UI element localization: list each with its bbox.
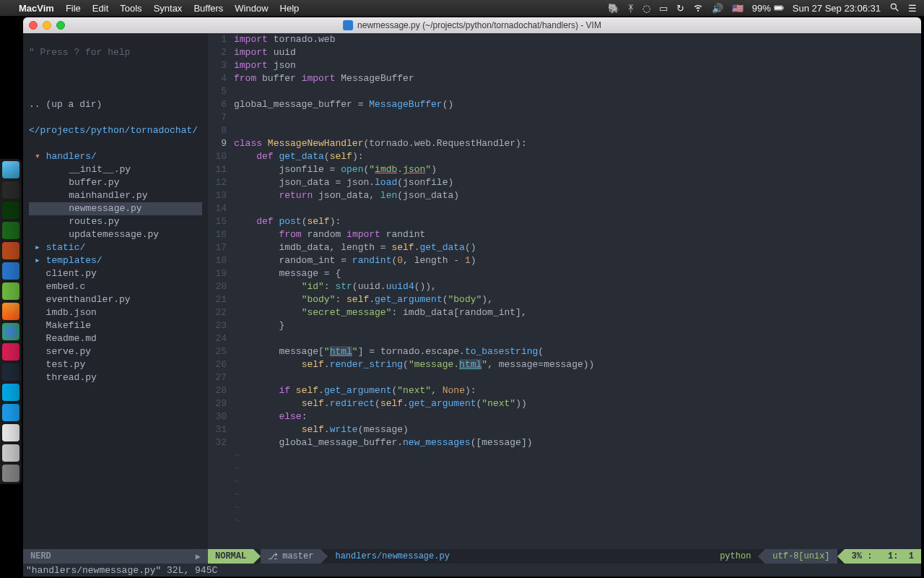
code-pane[interactable]: 1234567891011121314151617181920212223242… bbox=[208, 33, 921, 549]
tree-folder[interactable]: ▾ handlers/ bbox=[29, 150, 202, 163]
menu-help[interactable]: Help bbox=[280, 3, 300, 14]
status-encoding: utf-8[unix] bbox=[765, 549, 837, 564]
svg-rect-2 bbox=[775, 7, 783, 10]
vim-statusline: NERD▶ NORMAL ⎇master handlers/newmessage… bbox=[23, 549, 921, 564]
menu-buffers[interactable]: Buffers bbox=[193, 3, 223, 14]
minimize-icon[interactable] bbox=[43, 21, 51, 30]
vim-commandline[interactable]: "handlers/newmessage.py" 32L, 945C bbox=[23, 564, 921, 577]
status-position: 3% : 1: 1 bbox=[845, 549, 921, 564]
python-file-icon bbox=[343, 20, 353, 30]
twitter-icon[interactable] bbox=[2, 404, 19, 421]
evernote-icon[interactable]: 🐘 bbox=[608, 3, 619, 14]
menu-window[interactable]: Window bbox=[235, 3, 268, 14]
volume-icon[interactable]: 🔊 bbox=[712, 3, 723, 14]
input-icon[interactable]: 🇺🇸 bbox=[732, 3, 744, 14]
tree-file[interactable]: eventhandler.py bbox=[29, 293, 202, 306]
skype-icon[interactable] bbox=[2, 384, 19, 401]
tree-file[interactable]: updatemessage.py bbox=[29, 228, 202, 241]
tree-file[interactable]: __init__.py bbox=[29, 163, 202, 176]
status-nerd: NERD▶ bbox=[23, 549, 208, 564]
tree-file[interactable]: Makefile bbox=[29, 319, 202, 332]
tree-file[interactable]: test.py bbox=[29, 358, 202, 371]
tree-file[interactable]: client.py bbox=[29, 267, 202, 280]
maximize-icon[interactable] bbox=[56, 21, 65, 30]
tree-file[interactable]: embed.c bbox=[29, 280, 202, 293]
menu-edit[interactable]: Edit bbox=[92, 3, 108, 14]
battery-status[interactable]: 99% bbox=[752, 3, 784, 14]
status-branch: ⎇master bbox=[261, 549, 321, 564]
finder-icon[interactable] bbox=[2, 161, 19, 178]
spotlight-icon[interactable] bbox=[889, 2, 899, 14]
xcode-icon[interactable] bbox=[2, 262, 19, 280]
macvim-icon[interactable] bbox=[2, 222, 19, 239]
app-name[interactable]: MacVim bbox=[19, 3, 54, 14]
tree-file[interactable]: Readme.md bbox=[29, 332, 202, 345]
menu-syntax[interactable]: Syntax bbox=[154, 3, 183, 14]
menu-file[interactable]: File bbox=[66, 3, 81, 14]
document-icon[interactable] bbox=[2, 424, 19, 441]
status-filepath: handlers/newmessage.py bbox=[328, 549, 456, 564]
file-icon[interactable] bbox=[2, 444, 19, 462]
tree-file[interactable]: mainhandler.py bbox=[29, 189, 202, 202]
window-titlebar[interactable]: newmessage.py (~/projects/python/tornado… bbox=[23, 17, 921, 33]
terminal-icon[interactable] bbox=[2, 202, 19, 219]
wifi-icon[interactable] bbox=[693, 2, 703, 14]
tree-file[interactable]: routes.py bbox=[29, 215, 202, 228]
tree-folder[interactable]: ▸ templates/ bbox=[29, 254, 202, 267]
nerdtree-root[interactable]: </projects/python/tornadochat/ bbox=[29, 124, 202, 137]
menu-tools[interactable]: Tools bbox=[120, 3, 141, 14]
status-mode: NORMAL bbox=[208, 549, 253, 564]
timemachine-icon[interactable]: ↻ bbox=[676, 3, 684, 14]
messages-icon[interactable]: ◌ bbox=[642, 3, 650, 14]
notification-icon[interactable]: ☰ bbox=[908, 3, 917, 14]
close-icon[interactable] bbox=[29, 21, 38, 30]
clock[interactable]: Sun 27 Sep 23:06:31 bbox=[793, 3, 881, 14]
line-number-gutter: 1234567891011121314151617181920212223242… bbox=[208, 33, 234, 549]
android-icon[interactable] bbox=[2, 282, 19, 300]
status-filetype: python bbox=[712, 549, 758, 564]
macos-dock bbox=[0, 159, 22, 484]
sublime-icon[interactable] bbox=[2, 242, 19, 259]
nerdtree-help: " Press ? for help bbox=[29, 46, 202, 59]
tree-file[interactable]: buffer.py bbox=[29, 176, 202, 189]
editor-split: " Press ? for help .. (up a dir) </proje… bbox=[23, 33, 921, 549]
nerdtree-sidebar[interactable]: " Press ? for help .. (up a dir) </proje… bbox=[23, 33, 208, 549]
tree-file[interactable]: serve.py bbox=[29, 345, 202, 358]
svg-line-4 bbox=[896, 8, 899, 11]
firefox-icon[interactable] bbox=[2, 303, 19, 320]
sourcetree-icon[interactable] bbox=[2, 363, 19, 381]
macos-menubar: MacVim File Edit Tools Syntax Buffers Wi… bbox=[0, 0, 924, 16]
trash-icon[interactable] bbox=[2, 465, 19, 482]
clock-app-icon[interactable] bbox=[2, 181, 19, 199]
tree-file[interactable]: thread.py bbox=[29, 371, 202, 384]
window-title: newmessage.py (~/projects/python/tornado… bbox=[343, 20, 601, 30]
bluetooth-icon[interactable]: ᛡ bbox=[628, 3, 634, 14]
svg-point-3 bbox=[891, 4, 896, 9]
svg-rect-1 bbox=[783, 7, 783, 9]
nerdtree-updir[interactable]: .. (up a dir) bbox=[29, 98, 202, 111]
macvim-window: newmessage.py (~/projects/python/tornado… bbox=[23, 17, 921, 577]
slack-icon[interactable] bbox=[2, 343, 19, 361]
tree-folder[interactable]: ▸ static/ bbox=[29, 241, 202, 254]
chrome-icon[interactable] bbox=[2, 323, 19, 340]
tree-file[interactable]: newmessage.py bbox=[29, 202, 202, 215]
display-icon[interactable]: ▭ bbox=[659, 3, 668, 14]
tree-file[interactable]: imdb.json bbox=[29, 306, 202, 319]
code-content[interactable]: import tornado.webimport uuidimport json… bbox=[234, 33, 921, 549]
